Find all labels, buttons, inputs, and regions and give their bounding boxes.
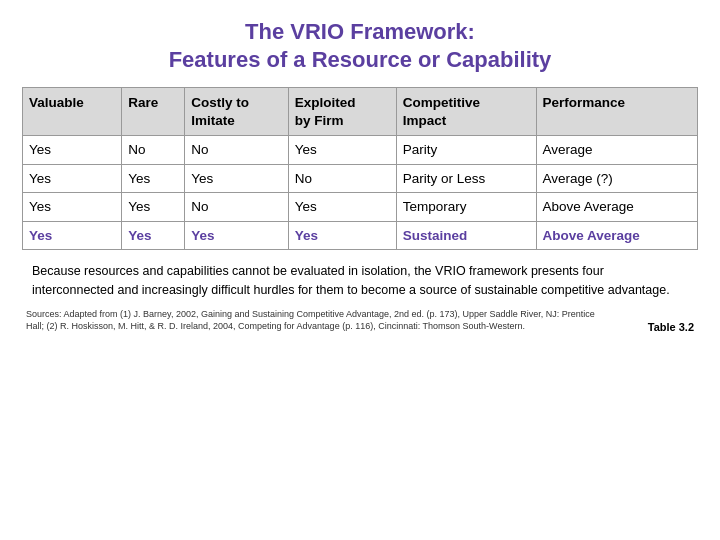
cell-r3-c1: Yes <box>122 221 185 250</box>
description-text: Because resources and capabilities canno… <box>22 262 698 300</box>
cell-r0-c3: Yes <box>288 136 396 165</box>
cell-r2-c2: No <box>185 193 289 222</box>
cell-r2-c4: Temporary <box>396 193 536 222</box>
cell-r3-c3: Yes <box>288 221 396 250</box>
table-row: YesYesNoYesTemporaryAbove Average <box>23 193 698 222</box>
page-title: The VRIO Framework: Features of a Resour… <box>22 18 698 73</box>
cell-r3-c5: Above Average <box>536 221 698 250</box>
table-body: YesNoNoYesParityAverageYesYesYesNoParity… <box>23 136 698 250</box>
col-header-rare: Rare <box>122 88 185 136</box>
page: The VRIO Framework: Features of a Resour… <box>0 0 720 540</box>
footer: Sources: Adapted from (1) J. Barney, 200… <box>22 308 698 333</box>
cell-r0-c5: Average <box>536 136 698 165</box>
table-row: YesYesYesYesSustainedAbove Average <box>23 221 698 250</box>
cell-r2-c5: Above Average <box>536 193 698 222</box>
cell-r3-c2: Yes <box>185 221 289 250</box>
cell-r1-c1: Yes <box>122 164 185 193</box>
cell-r0-c2: No <box>185 136 289 165</box>
col-header-competitive: CompetitiveImpact <box>396 88 536 136</box>
title-line2: Features of a Resource or Capability <box>169 47 552 72</box>
cell-r1-c2: Yes <box>185 164 289 193</box>
table-reference: Table 3.2 <box>648 321 694 333</box>
col-header-valuable: Valuable <box>23 88 122 136</box>
cell-r1-c3: No <box>288 164 396 193</box>
cell-r1-c4: Parity or Less <box>396 164 536 193</box>
col-header-performance: Performance <box>536 88 698 136</box>
cell-r0-c4: Parity <box>396 136 536 165</box>
col-header-costly: Costly toImitate <box>185 88 289 136</box>
vrio-table: Valuable Rare Costly toImitate Exploited… <box>22 87 698 250</box>
sources-text: Sources: Adapted from (1) J. Barney, 200… <box>26 308 606 333</box>
table-header-row: Valuable Rare Costly toImitate Exploited… <box>23 88 698 136</box>
cell-r1-c5: Average (?) <box>536 164 698 193</box>
cell-r3-c4: Sustained <box>396 221 536 250</box>
title-line1: The VRIO Framework: <box>245 19 475 44</box>
cell-r0-c0: Yes <box>23 136 122 165</box>
cell-r2-c3: Yes <box>288 193 396 222</box>
table-row: YesYesYesNoParity or LessAverage (?) <box>23 164 698 193</box>
col-header-exploited: Exploitedby Firm <box>288 88 396 136</box>
cell-r3-c0: Yes <box>23 221 122 250</box>
cell-r0-c1: No <box>122 136 185 165</box>
cell-r2-c1: Yes <box>122 193 185 222</box>
cell-r2-c0: Yes <box>23 193 122 222</box>
cell-r1-c0: Yes <box>23 164 122 193</box>
table-row: YesNoNoYesParityAverage <box>23 136 698 165</box>
